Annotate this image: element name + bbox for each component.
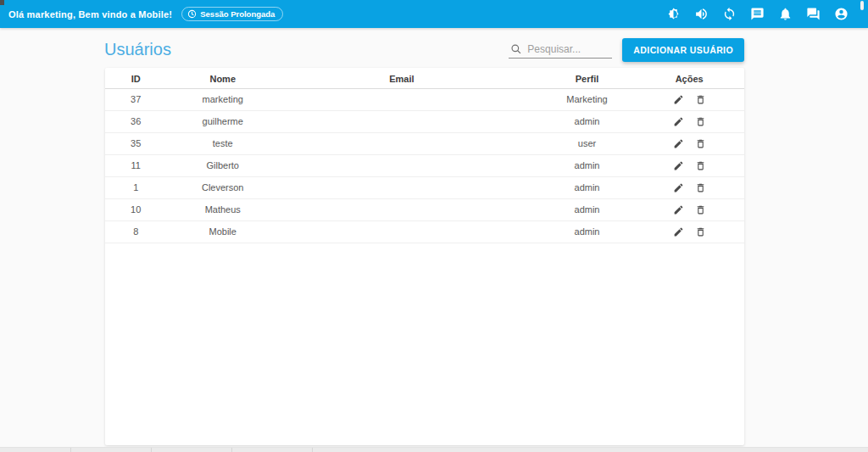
forum-icon[interactable] (805, 6, 821, 22)
users-card: ID Nome Email Perfil Ações 37 marketing … (105, 68, 744, 445)
greeting-text: Olá marketing, Bem vindo a Mobile! (8, 9, 172, 20)
edit-button[interactable] (671, 114, 686, 129)
strip-divider (312, 448, 313, 452)
edit-button[interactable] (671, 137, 686, 151)
cell-nome: Matheus (166, 198, 279, 220)
topbar-icons (665, 6, 849, 22)
brightness-icon[interactable] (665, 6, 682, 22)
delete-button[interactable] (693, 225, 708, 239)
header-email: Email (279, 68, 525, 88)
table-header-row: ID Nome Email Perfil Ações (105, 68, 744, 88)
cell-email (279, 88, 525, 110)
strip-divider (151, 448, 152, 452)
delete-button[interactable] (693, 114, 708, 129)
page-title: Usuários (104, 40, 171, 59)
table-row: 10 Matheus admin (105, 198, 744, 220)
header-nome: Nome (166, 68, 279, 88)
cell-id: 36 (105, 110, 166, 132)
cell-nome: guilherme (166, 110, 279, 132)
delete-icon (695, 94, 706, 105)
delete-button[interactable] (693, 92, 708, 107)
cell-acoes (649, 132, 744, 154)
header-perfil: Perfil (525, 68, 650, 88)
chat-icon[interactable] (749, 6, 765, 22)
delete-button[interactable] (693, 159, 708, 173)
delete-button[interactable] (693, 203, 708, 217)
volume-up-icon[interactable] (693, 6, 709, 22)
edit-button[interactable] (671, 159, 686, 173)
delete-icon (695, 226, 706, 237)
cell-acoes (649, 88, 744, 110)
cell-perfil: admin (525, 220, 650, 243)
header-acoes: Ações (649, 68, 744, 88)
users-table: ID Nome Email Perfil Ações 37 marketing … (105, 68, 744, 243)
user-table-body: 37 marketing Marketing 36 guilherme admi… (105, 88, 744, 243)
bottom-strip (0, 447, 868, 452)
delete-icon (695, 138, 706, 149)
cell-acoes (649, 220, 744, 243)
cell-perfil: admin (525, 154, 650, 176)
edit-button[interactable] (671, 92, 686, 107)
cell-perfil: admin (525, 110, 650, 132)
delete-icon (695, 116, 706, 127)
scrollbar-thumb[interactable] (860, 1, 864, 10)
cell-nome: Mobile (166, 220, 279, 243)
cell-nome: marketing (166, 88, 279, 110)
delete-icon (695, 204, 706, 215)
search-icon (510, 43, 522, 55)
session-chip[interactable]: Sessão Prolongada (181, 7, 283, 21)
search-input[interactable] (527, 43, 610, 55)
cell-acoes (649, 198, 744, 220)
header-id: ID (105, 68, 166, 88)
cell-email (279, 198, 525, 220)
edit-button[interactable] (671, 203, 686, 217)
cell-email (279, 132, 525, 154)
cell-email (279, 154, 525, 176)
edit-icon (673, 94, 684, 105)
edit-icon (673, 116, 684, 127)
clock-icon (187, 9, 197, 19)
edit-icon (673, 182, 684, 193)
cell-nome: teste (166, 132, 279, 154)
cell-email (279, 110, 525, 132)
edit-icon (673, 204, 684, 215)
account-icon[interactable] (833, 6, 849, 22)
cell-nome: Gilberto (166, 154, 279, 176)
cell-perfil: user (525, 132, 650, 154)
cell-id: 10 (105, 198, 166, 220)
sync-icon[interactable] (721, 6, 737, 22)
table-row: 37 marketing Marketing (105, 88, 744, 110)
strip-divider (231, 448, 232, 452)
cell-nome: Cleverson (166, 176, 279, 198)
cell-id: 11 (105, 154, 166, 176)
cell-id: 35 (105, 132, 166, 154)
table-row: 1 Cleverson admin (105, 176, 744, 198)
notifications-icon[interactable] (777, 6, 793, 22)
strip-divider (70, 448, 71, 452)
table-row: 11 Gilberto admin (105, 154, 744, 176)
table-row: 36 guilherme admin (105, 110, 744, 132)
cell-acoes (649, 176, 744, 198)
titlebar: Usuários ADICIONAR USUÁRIO (0, 28, 868, 68)
edit-button[interactable] (671, 225, 686, 239)
cell-email (279, 176, 525, 198)
window-corner-artifact (0, 0, 4, 5)
edit-icon (673, 138, 684, 149)
delete-button[interactable] (693, 181, 708, 195)
search-box (509, 41, 612, 59)
table-row: 8 Mobile admin (105, 220, 744, 243)
add-user-button[interactable]: ADICIONAR USUÁRIO (622, 38, 744, 62)
edit-icon (673, 160, 684, 171)
delete-button[interactable] (693, 137, 708, 151)
cell-id: 1 (105, 176, 166, 198)
edit-button[interactable] (671, 181, 686, 195)
cell-id: 8 (105, 220, 166, 243)
cell-email (279, 220, 525, 243)
cell-perfil: Marketing (525, 88, 650, 110)
cell-acoes (649, 154, 744, 176)
cell-id: 37 (105, 88, 166, 110)
title-right: ADICIONAR USUÁRIO (509, 38, 744, 62)
session-chip-label: Sessão Prolongada (200, 9, 275, 19)
delete-icon (695, 182, 706, 193)
cell-perfil: admin (525, 198, 650, 220)
